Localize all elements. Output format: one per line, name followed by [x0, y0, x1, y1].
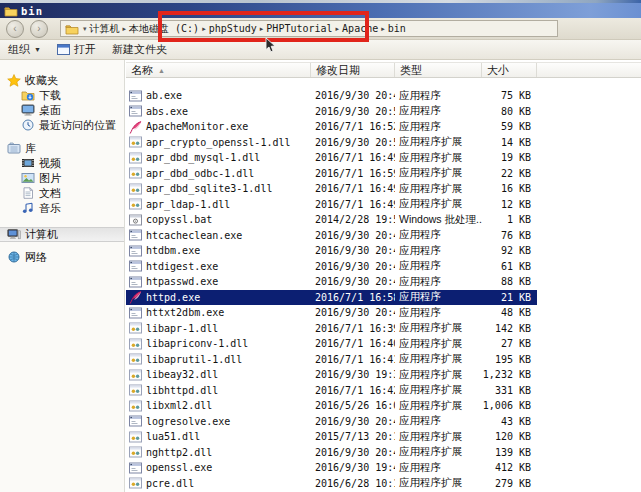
file-row[interactable]: nghttp2.dll2016/9/30 20:40应用程序扩展139 KB: [126, 445, 537, 461]
file-row[interactable]: pcre.dll2016/6/28 10:10应用程序扩展279 KB: [126, 476, 537, 492]
title-bar[interactable]: bin: [0, 3, 641, 18]
sidebar-item-2[interactable]: 计算机: [0, 227, 124, 242]
breadcrumb-segment[interactable]: bin: [387, 23, 407, 34]
column-header-type[interactable]: 类型: [395, 63, 482, 77]
file-size: 139 KB: [482, 445, 537, 461]
sidebar-item[interactable]: 音乐: [0, 201, 124, 216]
file-name: openssl.exe: [146, 462, 212, 473]
chevron-down-icon[interactable]: ▾: [81, 25, 89, 33]
dll-icon: [129, 167, 142, 179]
file-name: apr_dbd_sqlite3-1.dll: [146, 183, 272, 194]
file-rows: ab.exe2016/9/30 20:48应用程序75 KBabs.exe201…: [126, 88, 641, 491]
column-label: 类型: [400, 63, 422, 77]
organize-button[interactable]: 组织 ▼: [0, 40, 49, 59]
file-name: htpasswd.exe: [146, 276, 218, 287]
file-size: 1,232 KB: [482, 367, 537, 383]
breadcrumb-separator-icon: ▸: [258, 25, 266, 33]
file-size: 80 KB: [482, 104, 537, 120]
file-row[interactable]: copyssl.bat2014/2/28 19:57Windows 批处理...…: [126, 212, 537, 228]
file-row[interactable]: apr_dbd_odbc-1.dll2016/7/1 16:59应用程序扩展22…: [126, 166, 537, 182]
back-button[interactable]: ‹: [6, 20, 24, 38]
file-type: 应用程序: [395, 88, 482, 104]
file-date: 2016/9/30 19:40: [311, 460, 395, 476]
open-button[interactable]: 打开: [49, 40, 104, 59]
sidebar-item-label: 库: [25, 141, 36, 156]
dll-icon: [129, 152, 142, 164]
file-name: apr_dbd_mysql-1.dll: [146, 152, 260, 163]
main-area: 收藏夹下载桌面最近访问的位置库视频图片文档音乐计算机网络 名称▲修改日期类型大小…: [0, 60, 641, 492]
file-row[interactable]: libaprutil-1.dll2016/7/1 16:41应用程序扩展195 …: [126, 352, 537, 368]
file-name: apr_ldap-1.dll: [146, 199, 230, 210]
file-type: 应用程序扩展: [395, 135, 482, 151]
breadcrumb-segment[interactable]: 计算机: [89, 22, 121, 36]
file-row[interactable]: apr_dbd_mysql-1.dll2016/7/1 16:49应用程序扩展1…: [126, 150, 537, 166]
sidebar-item[interactable]: 最近访问的位置: [0, 118, 124, 133]
open-label: 打开: [74, 42, 96, 57]
breadcrumb-separator-icon: ▸: [121, 25, 129, 33]
file-row[interactable]: apr_crypto_openssl-1.dll2016/9/30 20:57应…: [126, 135, 537, 151]
file-row[interactable]: ApacheMonitor.exe2016/7/1 16:52应用程序59 KB: [126, 119, 537, 135]
file-row[interactable]: libeay32.dll2016/9/30 19:33应用程序扩展1,232 K…: [126, 367, 537, 383]
file-size: 14 KB: [482, 135, 537, 151]
sidebar-item[interactable]: 图片: [0, 171, 124, 186]
file-row[interactable]: logresolve.exe2016/9/30 20:49应用程序43 KB: [126, 414, 537, 430]
sidebar-item-1[interactable]: 库: [0, 141, 124, 156]
new-folder-button[interactable]: 新建文件夹: [104, 40, 175, 59]
file-size: 19 KB: [482, 150, 537, 166]
file-name: pcre.dll: [146, 478, 194, 489]
file-type: 应用程序: [395, 460, 482, 476]
breadcrumb-segment[interactable]: Apache: [341, 23, 379, 34]
file-row[interactable]: libxml2.dll2016/5/26 16:07应用程序扩展1,006 KB: [126, 398, 537, 414]
file-row[interactable]: openssl.exe2016/9/30 19:40应用程序412 KB: [126, 460, 537, 476]
file-date: 2016/7/1 16:42: [311, 383, 395, 399]
file-size: 27 KB: [482, 336, 537, 352]
sidebar-item-0[interactable]: 收藏夹: [0, 73, 124, 88]
sidebar-item[interactable]: 文档: [0, 186, 124, 201]
file-row[interactable]: httpd.exe2016/7/1 16:58应用程序21 KB: [126, 290, 537, 306]
file-row[interactable]: abs.exe2016/9/30 20:57应用程序80 KB: [126, 104, 537, 120]
exe-icon: [129, 307, 142, 319]
file-size: 120 KB: [482, 429, 537, 445]
sidebar-item-label: 音乐: [39, 201, 61, 216]
file-row[interactable]: htcacheclean.exe2016/9/30 20:48应用程序76 KB: [126, 228, 537, 244]
navigation-sidebar: 收藏夹下载桌面最近访问的位置库视频图片文档音乐计算机网络: [0, 60, 125, 492]
music-icon: [21, 202, 35, 215]
file-date: 2016/7/1 16:49: [311, 150, 395, 166]
file-size: 75 KB: [482, 88, 537, 104]
file-row[interactable]: htdbm.exe2016/9/30 20:48应用程序92 KB: [126, 243, 537, 259]
file-row[interactable]: httxt2dbm.exe2016/9/30 20:49应用程序48 KB: [126, 305, 537, 321]
file-size: 21 KB: [482, 290, 537, 306]
forward-button[interactable]: ›: [30, 20, 48, 38]
sidebar-item[interactable]: 桌面: [0, 103, 124, 118]
file-row[interactable]: apr_ldap-1.dll2016/7/1 16:49应用程序扩展12 KB: [126, 197, 537, 213]
file-row[interactable]: lua51.dll2015/7/13 20:14应用程序扩展120 KB: [126, 429, 537, 445]
file-row[interactable]: ab.exe2016/9/30 20:48应用程序75 KB: [126, 88, 537, 104]
column-header-name[interactable]: 名称▲: [126, 63, 311, 77]
sidebar-item[interactable]: 视频: [0, 156, 124, 171]
dll-icon: [129, 136, 142, 148]
sidebar-item-label: 文档: [39, 186, 61, 201]
breadcrumb[interactable]: ▾ 计算机▸本地磁盘 (C:)▸phpStudy▸PHPTutorial▸Apa…: [60, 20, 558, 37]
column-header-size[interactable]: 大小: [482, 63, 537, 77]
file-row[interactable]: libapriconv-1.dll2016/7/1 16:40应用程序扩展27 …: [126, 336, 537, 352]
column-header-date[interactable]: 修改日期: [311, 63, 395, 77]
sidebar-item-3[interactable]: 网络: [0, 250, 124, 265]
file-row[interactable]: htdigest.exe2016/9/30 20:48应用程序61 KB: [126, 259, 537, 275]
breadcrumb-segment[interactable]: 本地磁盘 (C:): [128, 22, 200, 36]
exe-icon: [129, 462, 142, 474]
sidebar-item[interactable]: 下载: [0, 88, 124, 103]
file-row[interactable]: libapr-1.dll2016/7/1 16:39应用程序扩展142 KB: [126, 321, 537, 337]
breadcrumb-segment[interactable]: phpStudy: [208, 23, 258, 34]
file-row[interactable]: libhttpd.dll2016/7/1 16:42应用程序扩展331 KB: [126, 383, 537, 399]
file-row[interactable]: htpasswd.exe2016/9/30 20:48应用程序88 KB: [126, 274, 537, 290]
file-date: 2016/7/1 16:39: [311, 321, 395, 337]
file-date: 2016/9/30 20:48: [311, 228, 395, 244]
breadcrumb-segment[interactable]: PHPTutorial: [265, 23, 333, 34]
file-row[interactable]: apr_dbd_sqlite3-1.dll2016/7/1 16:49应用程序扩…: [126, 181, 537, 197]
sidebar-item-label: 图片: [39, 171, 61, 186]
file-type: 应用程序: [395, 243, 482, 259]
file-date: 2016/7/1 16:41: [311, 352, 395, 368]
folder-icon: [65, 23, 79, 35]
videos-icon: [21, 157, 35, 170]
file-date: 2016/7/1 16:40: [311, 336, 395, 352]
